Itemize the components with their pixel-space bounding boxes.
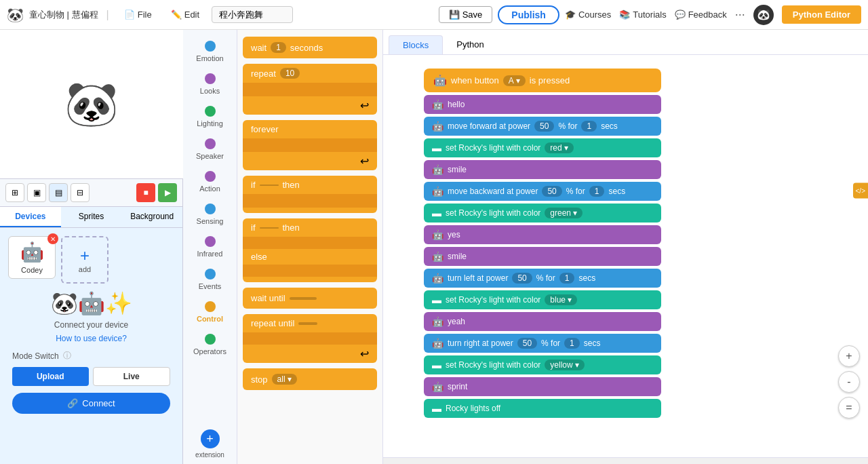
navbar: 🐼 童心制物 | 慧偏程 | 📄 File ✏️ Edit 💾 Save Pub… <box>0 0 868 30</box>
category-panel: Emotion Looks Lighting Speaker Action Se… <box>183 30 237 464</box>
block-yeah[interactable]: 🤖 yeah <box>424 312 661 331</box>
cat-emotion[interactable]: Emotion <box>183 35 237 68</box>
scrollbar-horizontal[interactable] <box>383 457 868 464</box>
save-button[interactable]: 💾 Save <box>439 6 492 23</box>
tab-devices[interactable]: Devices <box>0 207 61 227</box>
block-if-condition <box>260 185 279 186</box>
fit-screen-button[interactable]: ⊞ <box>5 183 24 202</box>
block-color-yellow[interactable]: yellow ▾ <box>545 360 584 370</box>
tutorials-link[interactable]: 📚 Tutorials <box>619 9 666 20</box>
trigger-block[interactable]: 🤖 when button A ▾ is pressed <box>424 69 661 92</box>
cat-events[interactable]: Events <box>183 263 237 296</box>
file-menu[interactable]: 📄 File <box>117 7 159 22</box>
block-hello[interactable]: 🤖 hello <box>424 95 661 114</box>
block-forever-arrow: ↩ <box>360 155 369 168</box>
block-color-blue[interactable]: blue ▾ <box>545 294 577 305</box>
block-color-green[interactable]: green ▾ <box>545 208 583 218</box>
block-yes[interactable]: 🤖 yes <box>424 225 661 244</box>
brand-icon: 🐼 <box>7 7 24 23</box>
add-device-button[interactable]: + add <box>61 236 108 284</box>
block-ifelse-header[interactable]: if then <box>243 218 377 237</box>
device-codey-icon: 🤖 <box>13 241 51 263</box>
cat-lighting[interactable]: Lighting <box>183 100 237 133</box>
block-if-body <box>243 194 377 208</box>
tab-python[interactable]: Python <box>443 35 497 54</box>
left-panel: 🐼 ⊞ ▣ ▤ ⊟ ■ ▶ Devices Sprites Background <box>0 30 183 464</box>
more-options-icon[interactable]: ··· <box>735 7 745 22</box>
connect-main-button[interactable]: 🔗 Connect <box>12 393 170 414</box>
cat-operators[interactable]: Operators <box>183 328 237 361</box>
canvas-area[interactable]: 🤖 when button A ▾ is pressed 🤖 hello 🤖 <box>383 55 868 459</box>
blocks-panel: wait 1 seconds repeat 10 ↩ forever ↩ <box>237 30 383 464</box>
block-light-blue[interactable]: ▬ set Rocky's light with color blue ▾ <box>424 290 661 309</box>
code-toggle-button[interactable]: </> <box>853 183 868 199</box>
device-badge: ✕ <box>47 233 58 244</box>
block-repeat-header[interactable]: repeat 10 <box>243 64 377 83</box>
block-if-header[interactable]: if then <box>243 176 377 194</box>
cat-looks[interactable]: Looks <box>183 68 237 100</box>
cat-plus-icon[interactable]: + <box>201 429 220 448</box>
block-forever-header[interactable]: forever <box>243 120 377 138</box>
cat-speaker[interactable]: Speaker <box>183 133 237 166</box>
zoom-reset-button[interactable]: = <box>838 397 860 419</box>
tab-blocks[interactable]: Blocks <box>389 35 443 54</box>
block-stop-dropdown[interactable]: all ▾ <box>272 374 297 385</box>
feedback-link[interactable]: 💬 Feedback <box>675 9 727 20</box>
block-smile2[interactable]: 🤖 smile <box>424 247 661 266</box>
block-forward-time: 1 <box>581 121 597 132</box>
block-if-footer <box>243 208 377 213</box>
block-move-forward[interactable]: 🤖 move forward at power 50 % for 1 secs <box>424 117 661 136</box>
how-to-link[interactable]: How to use device? <box>56 334 127 343</box>
block-icon: 🤖 <box>432 186 443 197</box>
live-button[interactable]: Live <box>93 367 171 386</box>
python-editor-button[interactable]: Python Editor <box>782 5 861 24</box>
block-stop[interactable]: stop all ▾ <box>243 368 377 390</box>
start-button[interactable]: ▶ <box>158 183 177 202</box>
stop-button[interactable]: ■ <box>136 183 155 202</box>
upload-button[interactable]: Upload <box>12 367 89 386</box>
block-smile[interactable]: 🤖 smile <box>424 160 661 179</box>
stage-grid-button[interactable]: ⊟ <box>71 183 90 202</box>
cat-action[interactable]: Action <box>183 166 237 198</box>
block-wait[interactable]: wait 1 seconds <box>243 37 377 58</box>
avatar[interactable]: 🐼 <box>753 5 774 25</box>
zoom-in-button[interactable]: + <box>838 345 860 367</box>
block-light-yellow[interactable]: ▬ set Rocky's light with color yellow ▾ <box>424 355 661 374</box>
cat-control[interactable]: Control <box>183 296 237 328</box>
script-container: 🤖 when button A ▾ is pressed 🤖 hello 🤖 <box>424 69 661 419</box>
trigger-button-dropdown[interactable]: A ▾ <box>503 75 526 86</box>
courses-link[interactable]: 🎓 Courses <box>565 9 611 20</box>
trigger-icon: 🤖 <box>433 74 447 87</box>
cat-extension[interactable]: + extension <box>195 429 224 459</box>
block-color-red[interactable]: red ▾ <box>545 142 573 153</box>
block-repeat-until-header[interactable]: repeat until <box>243 314 377 332</box>
cat-speaker-dot <box>205 138 216 149</box>
tab-background[interactable]: Background <box>121 207 182 227</box>
block-move-backward[interactable]: 🤖 move backward at power 50 % for 1 secs <box>424 182 661 201</box>
publish-button[interactable]: Publish <box>498 5 559 24</box>
block-icon: 🤖 <box>432 164 443 175</box>
block-left-time: 1 <box>559 273 575 284</box>
block-else-label: else <box>243 249 377 265</box>
save-icon: 💾 <box>449 9 460 20</box>
edit-menu[interactable]: ✏️ Edit <box>164 7 206 22</box>
stage-small-button[interactable]: ▣ <box>27 183 46 202</box>
block-turn-left[interactable]: 🤖 turn left at power 50 % for 1 secs <box>424 269 661 288</box>
device-codey[interactable]: ✕ 🤖 Codey <box>8 236 56 279</box>
tab-sprites[interactable]: Sprites <box>61 207 122 227</box>
block-wait-until[interactable]: wait until <box>243 288 377 309</box>
cat-looks-dot <box>205 73 216 84</box>
device-name-label: Codey <box>13 266 51 274</box>
zoom-out-button[interactable]: - <box>838 371 860 393</box>
block-icon: 🤖 <box>432 316 443 327</box>
block-turn-right[interactable]: 🤖 turn right at power 50 % for 1 secs <box>424 334 661 353</box>
cat-action-dot <box>205 171 216 182</box>
block-sprint[interactable]: 🤖 sprint <box>424 377 661 396</box>
block-light-red[interactable]: ▬ set Rocky's light with color red ▾ <box>424 138 661 157</box>
cat-sensing[interactable]: Sensing <box>183 198 237 231</box>
cat-infrared[interactable]: Infrared <box>183 231 237 263</box>
block-lights-off[interactable]: ▬ Rocky lights off <box>424 399 661 418</box>
project-name-input[interactable] <box>212 6 293 23</box>
block-light-green[interactable]: ▬ set Rocky's light with color green ▾ <box>424 204 661 223</box>
stage-medium-button[interactable]: ▤ <box>49 183 68 202</box>
